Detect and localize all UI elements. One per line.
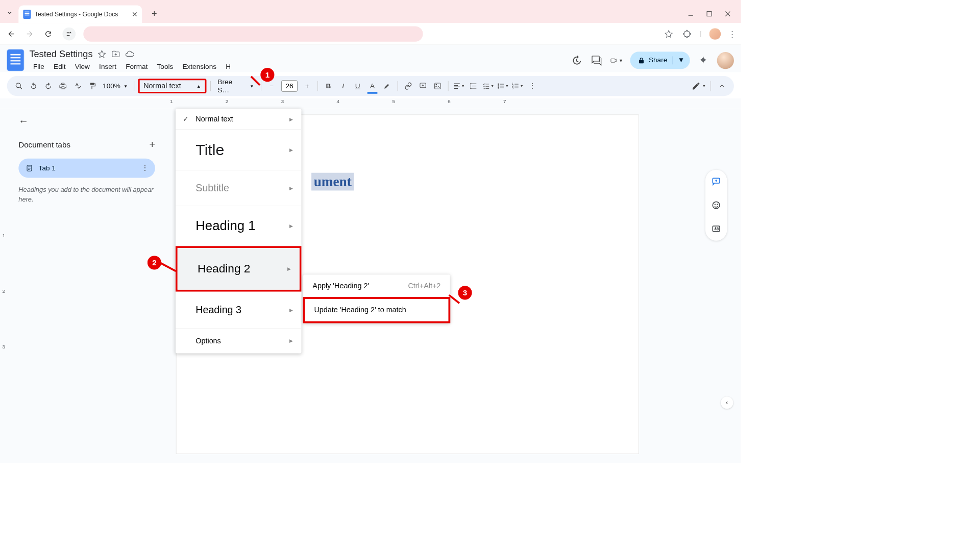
insert-image-button[interactable] — [431, 80, 444, 93]
more-button[interactable]: ⋮ — [526, 80, 539, 93]
profile-avatar[interactable] — [708, 27, 722, 40]
print-button[interactable] — [56, 80, 69, 93]
svg-rect-20 — [713, 226, 720, 232]
add-comment-float-button[interactable] — [708, 173, 724, 189]
paragraph-style-dropdown[interactable]: Normal text ▲ — [138, 79, 207, 93]
window-controls — [687, 10, 737, 18]
checklist-button[interactable]: ▼ — [481, 80, 495, 93]
style-normal-text[interactable]: ✓ Normal text ▶ — [176, 109, 301, 130]
emoji-reaction-button[interactable] — [708, 197, 724, 213]
increase-font-button[interactable]: + — [301, 80, 314, 93]
document-title[interactable]: Tested Settings — [29, 48, 92, 59]
menu-file[interactable]: File — [29, 61, 48, 72]
bookmark-button[interactable] — [663, 28, 675, 40]
close-tab-button[interactable]: ✕ — [132, 10, 137, 19]
editing-mode-button[interactable]: ▼ — [692, 80, 706, 93]
svg-point-2 — [70, 32, 71, 33]
menu-edit[interactable]: Edit — [50, 61, 70, 72]
minimize-button[interactable] — [687, 10, 695, 18]
maximize-button[interactable] — [705, 10, 713, 18]
italic-button[interactable]: I — [336, 80, 350, 93]
browser-tab[interactable]: Tested Settings - Google Docs ✕ — [18, 6, 142, 23]
separator — [261, 81, 261, 91]
add-comment-button[interactable] — [416, 80, 430, 93]
account-avatar[interactable] — [717, 52, 734, 69]
outline-hint: Headings you add to the document will ap… — [18, 185, 155, 205]
tab-more-button[interactable]: ⋮ — [141, 164, 149, 172]
line-spacing-button[interactable] — [467, 80, 480, 93]
svg-point-9 — [498, 84, 499, 85]
text-color-button[interactable]: A — [366, 80, 379, 93]
menu-help[interactable]: H — [222, 61, 235, 72]
move-button[interactable] — [111, 49, 120, 59]
gemini-button[interactable]: ✦ — [697, 54, 710, 67]
suggest-edits-button[interactable] — [708, 221, 724, 237]
horizontal-ruler[interactable]: 1 2 3 4 5 6 7 — [0, 98, 741, 109]
align-button[interactable]: ▼ — [452, 80, 465, 93]
style-heading-3[interactable]: Heading 3 ▶ — [176, 292, 301, 329]
menu-format[interactable]: Format — [122, 61, 152, 72]
dropdown-arrow-icon: ▲ — [197, 83, 201, 89]
close-window-button[interactable] — [724, 10, 731, 18]
insert-link-button[interactable] — [402, 80, 415, 93]
menu-extensions[interactable]: Extensions — [179, 61, 220, 72]
menu-view[interactable]: View — [71, 61, 93, 72]
reload-button[interactable] — [42, 27, 55, 40]
spellcheck-button[interactable] — [71, 80, 84, 93]
comments-button[interactable] — [590, 54, 603, 67]
svg-line-5 — [20, 87, 22, 89]
add-tab-button[interactable]: + — [149, 139, 155, 151]
keyboard-shortcut: Ctrl+Alt+2 — [408, 282, 440, 290]
new-tab-button[interactable]: + — [148, 7, 161, 21]
tab-item[interactable]: Tab 1 ⋮ — [18, 159, 155, 178]
submenu-arrow-icon: ▶ — [289, 116, 293, 122]
browser-menu-button[interactable]: ⋮ — [728, 29, 736, 38]
apply-heading-2[interactable]: Apply 'Heading 2' Ctrl+Alt+2 — [303, 274, 450, 297]
style-heading-2[interactable]: Heading 2 ▶ — [178, 248, 300, 290]
highlight-button[interactable] — [380, 80, 394, 93]
meet-button[interactable]: ▼ — [610, 54, 623, 67]
style-heading-1[interactable]: Heading 1 ▶ — [176, 206, 301, 246]
cloud-status-icon[interactable] — [125, 49, 134, 59]
bold-button[interactable]: B — [322, 80, 335, 93]
collapse-sidebar-button[interactable]: ← — [18, 115, 155, 127]
bullet-list-button[interactable]: ▼ — [496, 80, 509, 93]
svg-point-18 — [715, 204, 716, 205]
update-heading-2-to-match[interactable]: Update 'Heading 2' to match — [303, 297, 450, 323]
docs-logo-icon[interactable] — [7, 49, 24, 71]
style-subtitle[interactable]: Subtitle ▶ — [176, 170, 301, 206]
vertical-ruler[interactable]: 1 2 3 — [0, 108, 9, 463]
menu-tools[interactable]: Tools — [153, 61, 177, 72]
undo-button[interactable] — [27, 80, 40, 93]
search-menus-button[interactable] — [12, 80, 26, 93]
explore-button[interactable]: ‹ — [721, 396, 733, 409]
redo-button[interactable] — [42, 80, 55, 93]
style-options[interactable]: Options ▶ — [176, 329, 301, 353]
forward-button[interactable] — [23, 27, 36, 40]
font-dropdown[interactable]: Bree S…▼ — [214, 78, 257, 94]
history-button[interactable] — [570, 54, 583, 67]
site-settings-button[interactable] — [62, 27, 76, 40]
numbered-list-button[interactable]: 123▼ — [511, 80, 524, 93]
underline-button[interactable]: U — [351, 80, 364, 93]
share-button[interactable]: Share ▼ — [630, 52, 690, 69]
star-button[interactable] — [97, 49, 107, 59]
callout-3: 3 — [458, 286, 472, 299]
back-button[interactable] — [5, 27, 18, 40]
tab-search-button[interactable] — [4, 7, 16, 19]
font-size-input[interactable] — [281, 80, 298, 92]
heading-2-submenu: Apply 'Heading 2' Ctrl+Alt+2 Update 'Hea… — [303, 274, 450, 323]
style-title[interactable]: Title ▶ — [176, 130, 301, 170]
paint-format-button[interactable] — [86, 80, 99, 93]
collapse-toolbar-button[interactable] — [716, 80, 729, 93]
extensions-button[interactable] — [681, 28, 693, 40]
share-dropdown-icon[interactable]: ▼ — [673, 56, 684, 64]
browser-tab-strip: Tested Settings - Google Docs ✕ + — [0, 0, 741, 23]
selected-text-fragment[interactable]: ument — [311, 173, 354, 191]
check-icon: ✓ — [183, 115, 188, 123]
zoom-dropdown[interactable]: 100%▼ — [101, 82, 130, 90]
menu-insert[interactable]: Insert — [95, 61, 120, 72]
svg-point-19 — [717, 204, 718, 205]
address-bar[interactable] — [83, 26, 423, 41]
floating-toolbar — [705, 170, 727, 241]
